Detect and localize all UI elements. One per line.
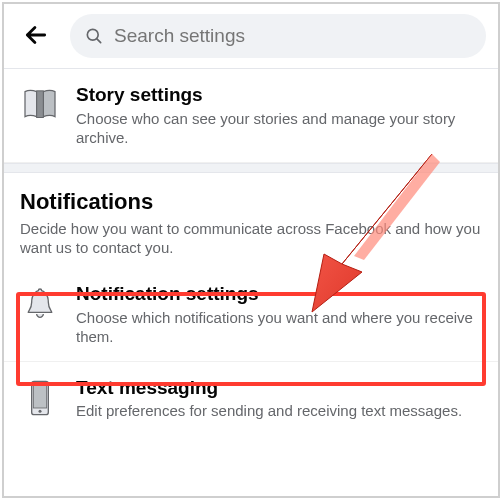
list-item-notification-settings[interactable]: Notification settings Choose which notif…	[4, 268, 498, 362]
item-title: Text messaging	[76, 376, 482, 400]
phone-icon	[18, 376, 62, 420]
book-icon	[18, 83, 62, 127]
back-button[interactable]	[14, 14, 58, 58]
svg-rect-3	[33, 385, 46, 408]
item-subtitle: Choose which notifications you want and …	[76, 308, 482, 347]
item-subtitle: Choose who can see your stories and mana…	[76, 109, 482, 148]
item-title: Story settings	[76, 83, 482, 107]
section-subtitle: Decide how you want to communicate acros…	[20, 219, 482, 258]
list-item-story-settings[interactable]: Story settings Choose who can see your s…	[4, 69, 498, 163]
item-title: Notification settings	[76, 282, 482, 306]
item-body: Story settings Choose who can see your s…	[76, 83, 482, 148]
search-field[interactable]	[70, 14, 486, 58]
top-bar	[4, 4, 498, 69]
bell-icon	[18, 282, 62, 326]
search-icon	[84, 26, 104, 46]
search-input[interactable]	[114, 25, 472, 47]
section-header-notifications: Notifications Decide how you want to com…	[4, 173, 498, 268]
item-body: Notification settings Choose which notif…	[76, 282, 482, 347]
list-item-text-messaging[interactable]: Text messaging Edit preferences for send…	[4, 362, 498, 435]
svg-rect-1	[37, 91, 44, 118]
item-body: Text messaging Edit preferences for send…	[76, 376, 482, 421]
svg-point-4	[39, 409, 42, 412]
item-subtitle: Edit preferences for sending and receivi…	[76, 401, 482, 421]
section-title: Notifications	[20, 189, 482, 215]
section-divider	[4, 163, 498, 173]
back-arrow-icon	[23, 22, 49, 51]
